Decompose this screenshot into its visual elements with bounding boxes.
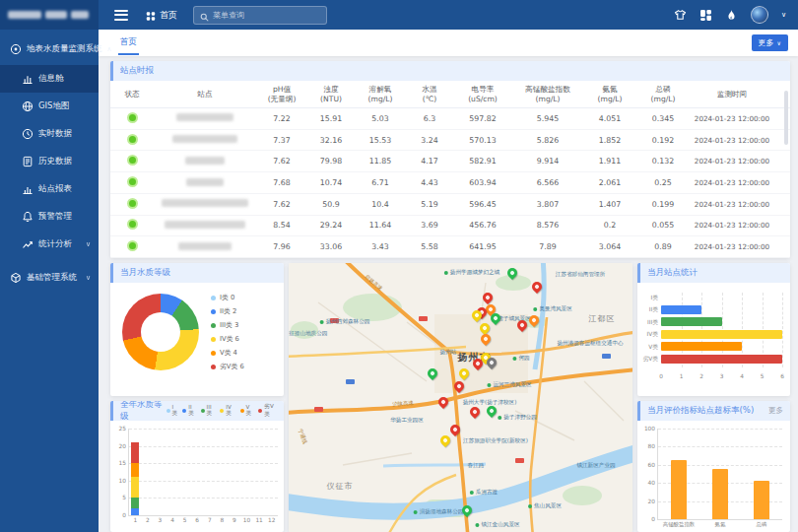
globe-icon [22, 100, 33, 112]
sidebar-item-label: 站点报表 [38, 183, 72, 195]
layout-columns-icon[interactable] [699, 9, 712, 22]
station-cell [154, 242, 256, 252]
legend-item[interactable]: II类 [182, 404, 195, 418]
sidebar-menu: 地表水质量监测系统 ∧ 信息舱GIS地图实时数据历史数据站点报表预警管理统计分析… [0, 30, 99, 294]
value-cell: 3.807 [512, 200, 583, 209]
sidebar-item-realtime[interactable]: 实时数据 [0, 120, 99, 148]
table-row[interactable]: 7.9633.063.435.58641.957.893.0640.892024… [110, 236, 790, 258]
legend-item[interactable]: I类 [166, 404, 178, 418]
stack-segment-劣V类 [131, 442, 139, 463]
category-label: V类 [639, 342, 658, 351]
park-dot-icon [414, 510, 418, 514]
table-body: 7.2215.915.036.3597.825.9454.0510.345202… [110, 108, 790, 258]
value-cell: 641.95 [453, 242, 512, 251]
table-row[interactable]: 7.3732.1615.533.24570.135.8261.8520.1922… [110, 130, 790, 152]
hamburger-menu-icon[interactable] [114, 7, 128, 23]
topbar-home-button[interactable]: 首页 [146, 9, 177, 22]
station-name-redacted [178, 242, 232, 250]
legend-item[interactable]: IV类 [220, 404, 234, 418]
legend-dot [211, 351, 216, 356]
column-header: 电导率(uS/cm) [453, 85, 512, 103]
legend-item[interactable]: V类 4 [211, 348, 244, 358]
panel-more-link[interactable]: 更多 [768, 406, 783, 416]
sidebar-item-report[interactable]: 站点报表 [0, 175, 99, 203]
value-cell: 3.064 [583, 242, 636, 251]
sidebar-item-warning[interactable]: 预警管理 [0, 203, 99, 231]
table-row[interactable]: 7.6810.746.714.43603.946.5662.0610.25202… [110, 172, 790, 194]
legend-item[interactable]: 劣V类 6 [211, 362, 244, 371]
sidebar-item-history[interactable]: 历史数据 [0, 148, 99, 175]
gridline [129, 446, 278, 447]
tab-home[interactable]: 首页 [118, 31, 139, 55]
exceed-rate-panel: 当月评价指标站点超标率(%) 更多 020406080100高锰酸盐指数氨氮总磷 [637, 401, 790, 532]
x-tick-label: 6 [195, 517, 199, 523]
x-tick-label: 3 [720, 373, 724, 379]
legend-item[interactable]: III类 [201, 404, 216, 418]
x-tick-label: 11 [255, 517, 262, 523]
user-chevron-down-icon[interactable]: ∨ [781, 11, 786, 19]
exceed-rate-chart: 020406080100高锰酸盐指数氨氮总磷 [657, 429, 782, 520]
y-tick-label: 80 [642, 443, 655, 449]
sidebar-item-label: 实时数据 [38, 128, 72, 140]
x-tick-label: 2 [699, 373, 703, 379]
legend-item[interactable]: I类 0 [211, 293, 244, 302]
stations-map[interactable]: 扬州市江都区仪征市沪陕高速启扬高速宁通线扬州学愿城梦幻之城江苏省邵仙闸管理所奥曼… [289, 263, 632, 532]
gridline [129, 498, 278, 499]
table-row[interactable]: 8.5429.2411.643.69456.768.5760.20.055202… [110, 216, 790, 237]
table-row[interactable]: 7.6279.9811.854.17582.919.9141.9110.1322… [110, 151, 790, 172]
hbar-劣V类 [661, 355, 782, 364]
history-icon [22, 156, 33, 167]
sidebar-item-label: 统计分析 [38, 238, 72, 250]
value-cell: 0.199 [636, 200, 690, 209]
table-row[interactable]: 7.2215.915.036.3597.825.9454.0510.345202… [110, 108, 790, 130]
stack-segment-III类 [131, 498, 139, 508]
x-tick-label: 12 [268, 517, 275, 523]
station-report-panel: 站点时报 状态站点pH值(无量纲)浊度(NTU)溶解氧(mg/L)水温(℃)电导… [110, 61, 790, 258]
legend-item[interactable]: 劣V类 [258, 403, 277, 419]
column-header: 站点 [154, 90, 256, 99]
panel-title: 当月站点统计 [647, 267, 698, 279]
legend-item[interactable]: V类 [240, 404, 254, 418]
park-dot-icon [498, 416, 501, 420]
x-tick-label: 5 [183, 517, 187, 523]
theme-skin-icon[interactable] [674, 9, 687, 22]
value-cell: 6.3 [406, 114, 453, 123]
gridline [129, 481, 278, 482]
menu-search-input[interactable]: 菜单查询 [193, 6, 327, 25]
category-label: III类 [639, 317, 658, 326]
value-cell: 3.24 [406, 136, 453, 145]
legend-item[interactable]: IV类 6 [211, 334, 244, 344]
value-cell: 10.74 [307, 178, 355, 187]
value-cell: 456.76 [453, 221, 512, 230]
sidebar-group-surface-water[interactable]: 地表水质量监测系统 ∧ [0, 30, 99, 65]
park-dot-icon [487, 383, 491, 387]
value-cell: 0.345 [636, 114, 690, 123]
sidebar-item-gis[interactable]: GIS地图 [0, 93, 99, 120]
monthly-station-panel: 当月站点统计 0123456I类II类III类IV类V类劣V类 [637, 263, 790, 396]
table-row[interactable]: 7.6250.910.45.19596.453.8071.4070.199202… [110, 194, 790, 216]
sidebar: 地表水质量监测系统 ∧ 信息舱GIS地图实时数据历史数据站点报表预警管理统计分析… [0, 0, 99, 532]
sidebar-item-stats[interactable]: 统计分析∨ [0, 231, 99, 258]
panel-title: 站点时报 [120, 65, 154, 77]
flame-icon[interactable] [725, 9, 738, 22]
time-cell: 2024-01-23 12:00:00 [690, 221, 774, 230]
legend-item[interactable]: II类 2 [211, 306, 244, 316]
station-cell [154, 199, 256, 209]
status-cell [110, 198, 154, 211]
legend-item[interactable]: III类 3 [211, 320, 244, 330]
panel-title: 当月水质等级 [120, 267, 170, 279]
station-name-redacted [186, 178, 224, 186]
sidebar-item-info[interactable]: 信息舱 [0, 65, 99, 93]
station-cell [154, 178, 256, 188]
table-scrollbar[interactable] [784, 91, 788, 145]
sidebar-group-base-mgmt[interactable]: 基础管理系统 ∨ [0, 258, 99, 294]
map-poi-label: 镇江金山风景区 [475, 521, 519, 529]
column-header: 浊度(NTU) [307, 85, 355, 103]
chevron-down-icon: ∨ [86, 274, 91, 282]
user-avatar[interactable] [751, 6, 768, 24]
more-button[interactable]: 更多 ∨ [752, 34, 788, 51]
hbar-row: III类 [661, 317, 782, 326]
column-header: 监测时间 [690, 90, 774, 99]
map-panel: 扬州市江都区仪征市沪陕高速启扬高速宁通线扬州学愿城梦幻之城江苏省邵仙闸管理所奥曼… [289, 263, 632, 532]
y-tick-label: 0 [113, 512, 126, 518]
